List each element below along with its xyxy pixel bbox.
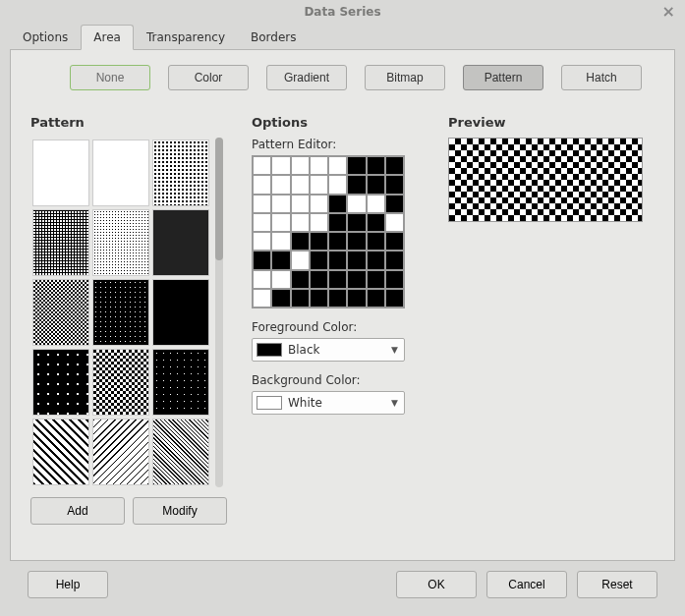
editor-pixel[interactable]	[271, 213, 290, 232]
editor-pixel[interactable]	[328, 251, 347, 269]
editor-pixel[interactable]	[328, 195, 347, 213]
help-button[interactable]: Help	[28, 571, 108, 598]
editor-pixel[interactable]	[385, 232, 404, 251]
editor-pixel[interactable]	[328, 289, 347, 308]
editor-pixel[interactable]	[310, 195, 328, 213]
pattern-swatch[interactable]	[92, 279, 149, 346]
editor-pixel[interactable]	[310, 156, 328, 175]
pattern-swatch[interactable]	[152, 140, 209, 206]
tab-transparency[interactable]: Transparency	[134, 25, 238, 50]
editor-pixel[interactable]	[385, 156, 404, 175]
fill-bitmap-button[interactable]: Bitmap	[365, 65, 445, 90]
pattern-swatch[interactable]	[92, 349, 149, 416]
scrollbar-thumb[interactable]	[215, 138, 223, 260]
editor-pixel[interactable]	[328, 270, 347, 289]
background-color-combo[interactable]: White ▼	[252, 391, 405, 415]
editor-pixel[interactable]	[367, 232, 385, 251]
fill-gradient-button[interactable]: Gradient	[266, 65, 347, 90]
editor-pixel[interactable]	[271, 251, 290, 269]
fill-hatch-button[interactable]: Hatch	[561, 65, 642, 90]
editor-pixel[interactable]	[253, 213, 271, 232]
editor-pixel[interactable]	[253, 175, 271, 194]
editor-pixel[interactable]	[291, 251, 310, 269]
editor-pixel[interactable]	[291, 156, 310, 175]
pattern-swatch[interactable]	[152, 349, 209, 416]
editor-pixel[interactable]	[253, 195, 271, 213]
editor-pixel[interactable]	[347, 175, 366, 194]
editor-pixel[interactable]	[385, 175, 404, 194]
pattern-swatch[interactable]	[92, 419, 149, 485]
editor-pixel[interactable]	[271, 175, 290, 194]
pattern-swatch[interactable]	[32, 349, 89, 416]
editor-pixel[interactable]	[347, 213, 366, 232]
tab-options[interactable]: Options	[10, 25, 81, 50]
editor-pixel[interactable]	[347, 156, 366, 175]
editor-pixel[interactable]	[271, 289, 290, 308]
foreground-color-combo[interactable]: Black ▼	[252, 338, 405, 362]
editor-pixel[interactable]	[310, 175, 328, 194]
editor-pixel[interactable]	[291, 270, 310, 289]
editor-pixel[interactable]	[367, 156, 385, 175]
editor-pixel[interactable]	[291, 232, 310, 251]
editor-pixel[interactable]	[385, 270, 404, 289]
editor-pixel[interactable]	[367, 289, 385, 308]
tab-borders[interactable]: Borders	[238, 25, 309, 50]
pattern-swatch[interactable]	[32, 419, 89, 485]
editor-pixel[interactable]	[291, 289, 310, 308]
pattern-editor-grid[interactable]	[252, 155, 405, 308]
editor-pixel[interactable]	[347, 270, 366, 289]
pattern-swatch[interactable]	[92, 209, 149, 276]
pattern-swatch[interactable]	[32, 140, 89, 206]
close-icon[interactable]: ×	[662, 0, 675, 24]
editor-pixel[interactable]	[291, 213, 310, 232]
editor-pixel[interactable]	[367, 213, 385, 232]
editor-pixel[interactable]	[310, 289, 328, 308]
editor-pixel[interactable]	[291, 175, 310, 194]
editor-pixel[interactable]	[347, 251, 366, 269]
pattern-swatch[interactable]	[152, 279, 209, 346]
pattern-swatch[interactable]	[32, 279, 89, 346]
editor-pixel[interactable]	[367, 195, 385, 213]
editor-pixel[interactable]	[271, 156, 290, 175]
modify-pattern-button[interactable]: Modify	[133, 497, 227, 525]
editor-pixel[interactable]	[328, 213, 347, 232]
pattern-swatch[interactable]	[32, 209, 89, 276]
editor-pixel[interactable]	[367, 270, 385, 289]
editor-pixel[interactable]	[385, 251, 404, 269]
editor-pixel[interactable]	[347, 195, 366, 213]
editor-pixel[interactable]	[385, 289, 404, 308]
editor-pixel[interactable]	[271, 195, 290, 213]
editor-pixel[interactable]	[328, 232, 347, 251]
fill-none-button[interactable]: None	[70, 65, 150, 90]
tab-area[interactable]: Area	[81, 25, 134, 50]
editor-pixel[interactable]	[310, 251, 328, 269]
editor-pixel[interactable]	[367, 175, 385, 194]
pattern-swatch[interactable]	[152, 419, 209, 485]
fill-pattern-button[interactable]: Pattern	[463, 65, 543, 90]
editor-pixel[interactable]	[291, 195, 310, 213]
editor-pixel[interactable]	[253, 232, 271, 251]
pattern-swatch[interactable]	[152, 209, 209, 276]
ok-button[interactable]: OK	[396, 571, 477, 598]
editor-pixel[interactable]	[253, 251, 271, 269]
add-pattern-button[interactable]: Add	[30, 497, 125, 525]
editor-pixel[interactable]	[271, 232, 290, 251]
editor-pixel[interactable]	[271, 270, 290, 289]
editor-pixel[interactable]	[310, 270, 328, 289]
editor-pixel[interactable]	[347, 232, 366, 251]
fill-color-button[interactable]: Color	[168, 65, 249, 90]
editor-pixel[interactable]	[310, 232, 328, 251]
editor-pixel[interactable]	[385, 213, 404, 232]
reset-button[interactable]: Reset	[577, 571, 657, 598]
editor-pixel[interactable]	[367, 251, 385, 269]
editor-pixel[interactable]	[310, 213, 328, 232]
editor-pixel[interactable]	[253, 270, 271, 289]
pattern-swatch[interactable]	[92, 140, 149, 206]
editor-pixel[interactable]	[328, 175, 347, 194]
editor-pixel[interactable]	[253, 156, 271, 175]
cancel-button[interactable]: Cancel	[486, 571, 567, 598]
editor-pixel[interactable]	[385, 195, 404, 213]
editor-pixel[interactable]	[328, 156, 347, 175]
editor-pixel[interactable]	[253, 289, 271, 308]
pattern-scrollbar[interactable]	[215, 138, 223, 487]
